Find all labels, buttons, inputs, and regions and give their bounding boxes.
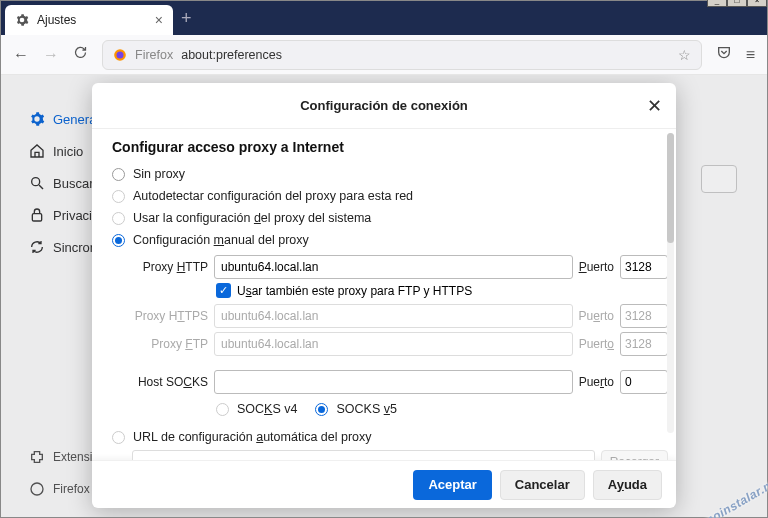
http-proxy-host-input[interactable]	[214, 255, 573, 279]
radio-system-proxy[interactable]: Usar la configuración del proxy del sist…	[112, 207, 668, 229]
scrollbar[interactable]	[667, 133, 674, 433]
radio-icon	[315, 403, 328, 416]
close-window-button[interactable]: ×	[747, 0, 767, 7]
radio-icon	[112, 431, 125, 444]
radio-auto-detect[interactable]: Autodetectar configuración del proxy par…	[112, 185, 668, 207]
modal-header: Configuración de conexión ✕	[92, 83, 676, 129]
address-bar[interactable]: Firefox about:preferences ☆	[102, 40, 702, 70]
radio-icon	[112, 168, 125, 181]
modal-title: Configuración de conexión	[300, 98, 468, 113]
socks-host-label: Host SOCKS	[132, 375, 208, 389]
radio-icon	[112, 190, 125, 203]
address-prefix: Firefox	[135, 48, 173, 62]
radio-label: Autodetectar configuración del proxy par…	[133, 189, 413, 203]
proxy-form: Proxy HTTP Puerto ✓ Usar también este pr…	[132, 255, 668, 420]
cancel-button[interactable]: Cancelar	[500, 470, 585, 500]
ftp-proxy-port-input	[620, 332, 668, 356]
maximize-button[interactable]: □	[727, 0, 747, 7]
https-proxy-row: Proxy HTTPS Puerto	[132, 304, 668, 328]
menu-button[interactable]: ≡	[746, 46, 755, 64]
close-icon[interactable]: ✕	[647, 95, 662, 117]
checkbox-icon: ✓	[216, 283, 231, 298]
radio-no-proxy[interactable]: Sin proxy	[112, 163, 668, 185]
socks-version-row: SOCKS v4 SOCKS v5	[216, 398, 668, 420]
modal-overlay: Configuración de conexión ✕ Configurar a…	[1, 75, 767, 517]
radio-socks5[interactable]: SOCKS v5	[315, 402, 396, 416]
radio-label: SOCKS v5	[336, 402, 396, 416]
checkbox-label: Usar también este proxy para FTP y HTTPS	[237, 284, 472, 298]
radio-socks4[interactable]: SOCKS v4	[216, 402, 297, 416]
radio-label: URL de configuración automática del prox…	[133, 430, 372, 444]
socks-host-row: Host SOCKS Puerto	[132, 370, 668, 394]
reload-pac-button: Recargar	[601, 450, 668, 460]
radio-icon	[112, 212, 125, 225]
modal-footer: Aceptar Cancelar Ayuda	[92, 460, 676, 508]
http-proxy-port-input[interactable]	[620, 255, 668, 279]
port-label: Puerto	[579, 375, 614, 389]
radio-label: Sin proxy	[133, 167, 185, 181]
svg-point-1	[117, 51, 124, 58]
tab-strip: _ □ × Ajustes × +	[1, 1, 767, 35]
toolbar: ← → Firefox about:preferences ☆ ≡	[1, 35, 767, 75]
https-proxy-port-input	[620, 304, 668, 328]
reload-button[interactable]	[73, 45, 88, 64]
reload-icon	[73, 45, 88, 60]
firefox-icon	[113, 48, 127, 62]
auto-url-input[interactable]	[132, 450, 595, 460]
address-url: about:preferences	[181, 48, 282, 62]
radio-label: Usar la configuración del proxy del sist…	[133, 211, 371, 225]
tab-title: Ajustes	[37, 13, 76, 27]
ftp-proxy-host-input	[214, 332, 573, 356]
port-label: Puerto	[579, 309, 614, 323]
close-tab-icon[interactable]: ×	[155, 12, 163, 28]
scrollbar-thumb[interactable]	[667, 133, 674, 243]
radio-label: SOCKS v4	[237, 402, 297, 416]
http-proxy-label: Proxy HTTP	[132, 260, 208, 274]
use-for-all-row[interactable]: ✓ Usar también este proxy para FTP y HTT…	[216, 283, 668, 298]
radio-icon	[112, 234, 125, 247]
auto-url-row: Recargar	[132, 450, 668, 460]
port-label: Puerto	[579, 260, 614, 274]
gear-icon	[15, 13, 29, 27]
socks-host-input[interactable]	[214, 370, 573, 394]
radio-icon	[216, 403, 229, 416]
https-proxy-label: Proxy HTTPS	[132, 309, 208, 323]
minimize-button[interactable]: _	[707, 0, 727, 7]
connection-settings-modal: Configuración de conexión ✕ Configurar a…	[92, 83, 676, 508]
forward-button[interactable]: →	[43, 46, 59, 64]
radio-manual-proxy[interactable]: Configuración manual del proxy	[112, 229, 668, 251]
port-label: Puerto	[579, 337, 614, 351]
radio-auto-url[interactable]: URL de configuración automática del prox…	[112, 426, 668, 448]
modal-body: Configurar acceso proxy a Internet Sin p…	[92, 129, 676, 460]
radio-label: Configuración manual del proxy	[133, 233, 309, 247]
help-button[interactable]: Ayuda	[593, 470, 662, 500]
window: _ □ × Ajustes × + ← → Firefox about:pref…	[0, 0, 768, 518]
bookmark-star-icon[interactable]: ☆	[678, 47, 691, 63]
new-tab-button[interactable]: +	[181, 8, 192, 35]
https-proxy-host-input	[214, 304, 573, 328]
accept-button[interactable]: Aceptar	[413, 470, 491, 500]
ftp-proxy-label: Proxy FTP	[132, 337, 208, 351]
ftp-proxy-row: Proxy FTP Puerto	[132, 332, 668, 356]
save-to-pocket-icon[interactable]	[716, 45, 732, 65]
section-title: Configurar acceso proxy a Internet	[112, 139, 668, 155]
socks-port-input[interactable]	[620, 370, 668, 394]
content-area: General Inicio Buscar Privacidad Sincron…	[1, 75, 767, 517]
browser-tab[interactable]: Ajustes ×	[5, 5, 173, 35]
back-button[interactable]: ←	[13, 46, 29, 64]
window-controls: _ □ ×	[707, 0, 767, 7]
http-proxy-row: Proxy HTTP Puerto	[132, 255, 668, 279]
